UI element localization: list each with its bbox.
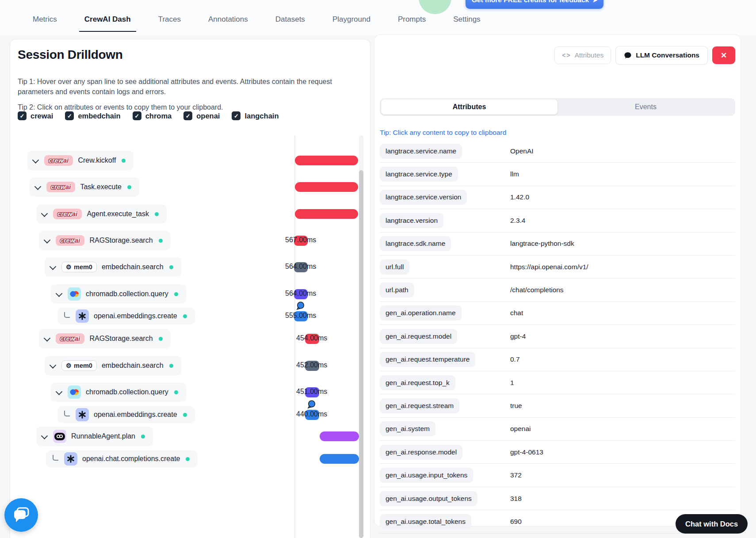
span-row-task-execute[interactable]: crewaiTask.execute [30, 177, 139, 197]
checkbox-checked-icon[interactable]: ✓ [65, 111, 74, 120]
span-row-embedchain-search[interactable]: ⚙mem0embedchain.search [45, 356, 181, 375]
chevron-down-icon[interactable] [56, 388, 63, 395]
span-row-runnableagent-plan[interactable]: RunnableAgent.plan [36, 427, 153, 446]
openai-icon [76, 408, 89, 421]
chevron-down-icon[interactable] [56, 290, 63, 297]
chroma-icon [68, 287, 81, 301]
filter-checkbox-embedchain[interactable]: ✓embedchain [65, 111, 120, 120]
filter-checkbox-chroma[interactable]: ✓chroma [133, 111, 172, 120]
tab-datasets[interactable]: Datasets [275, 15, 305, 32]
crewai-logo-icon: crewai [53, 209, 82, 219]
attribute-key[interactable]: langtrace.version [380, 213, 443, 228]
llm-bubble-icon[interactable] [306, 400, 316, 411]
attributes-button[interactable]: <> Attributes [554, 46, 611, 64]
tree-elbow-icon [53, 455, 58, 461]
attribute-key[interactable]: gen_ai.response.model [380, 445, 462, 460]
llm-conversations-label: LLM Conversations [636, 51, 699, 59]
attribute-key[interactable]: gen_ai.request.stream [380, 398, 459, 413]
tab-prompts[interactable]: Prompts [398, 15, 426, 32]
chevron-down-icon[interactable] [34, 183, 42, 190]
filter-checkbox-openai[interactable]: ✓openai [183, 111, 220, 120]
attribute-value[interactable]: /chat/completions [510, 286, 564, 294]
attribute-key[interactable]: langtrace.service.name [380, 144, 462, 159]
tab-metrics[interactable]: Metrics [33, 15, 57, 32]
span-row-ragstorage-search[interactable]: crewaiRAGStorage.search [39, 329, 171, 348]
attribute-key[interactable]: gen_ai.request.temperature [380, 352, 475, 367]
tree-elbow-icon [64, 312, 70, 318]
attributes-button-label: Attributes [575, 51, 603, 59]
attribute-value[interactable]: gpt-4-0613 [510, 448, 543, 456]
span-duration-bar[interactable] [320, 431, 359, 441]
chevron-down-icon[interactable] [44, 335, 51, 342]
attribute-value[interactable]: 690 [510, 518, 522, 526]
filter-checkbox-langchain[interactable]: ✓langchain [232, 111, 279, 120]
chevron-down-icon[interactable] [50, 263, 57, 270]
span-row-agent-execute-task[interactable]: crewaiAgent.execute_task [36, 204, 167, 224]
chevron-down-icon[interactable] [41, 432, 48, 439]
checkbox-checked-icon[interactable]: ✓ [232, 111, 241, 120]
span-duration-bar[interactable] [295, 182, 358, 192]
attribute-key[interactable]: langtrace.sdk.name [380, 236, 451, 251]
span-row-openai-embeddings-create[interactable]: openai.embeddings.create [57, 308, 195, 324]
attribute-key[interactable]: url.path [380, 282, 414, 298]
chevron-down-icon[interactable] [41, 210, 48, 217]
span-row-embedchain-search[interactable]: ⚙mem0embedchain.search [45, 257, 181, 277]
tab-traces[interactable]: Traces [158, 15, 181, 32]
chat-widget-button[interactable] [4, 498, 38, 532]
attribute-value[interactable]: 318 [510, 495, 522, 503]
checkbox-checked-icon[interactable]: ✓ [18, 111, 27, 120]
tab-attributes[interactable]: Attributes [381, 99, 557, 114]
filter-checkbox-crewai[interactable]: ✓crewai [18, 111, 53, 120]
llm-conversations-button[interactable]: LLM Conversations [615, 46, 708, 65]
close-button[interactable]: ✕ [712, 46, 735, 64]
tab-annotations[interactable]: Annotations [208, 15, 248, 32]
checkbox-checked-icon[interactable]: ✓ [133, 111, 141, 120]
tab-playground[interactable]: Playground [332, 15, 370, 32]
span-row-ragstorage-search[interactable]: crewaiRAGStorage.search [39, 231, 171, 250]
attribute-key[interactable]: gen_ai.request.model [380, 329, 457, 344]
attribute-value[interactable]: langtrace-python-sdk [510, 240, 574, 248]
attribute-key[interactable]: langtrace.service.version [380, 190, 467, 205]
credits-button[interactable]: Get more FREE credits for feedback ➤ [466, 0, 603, 9]
chevron-down-icon[interactable] [44, 237, 51, 244]
attribute-value[interactable]: 372 [510, 471, 522, 479]
attribute-value[interactable]: 0.7 [510, 355, 520, 363]
attribute-value[interactable]: https://api.openai.com/v1/ [510, 263, 588, 271]
attribute-value[interactable]: OpenAI [510, 147, 534, 155]
close-icon: ✕ [721, 51, 727, 60]
attribute-key[interactable]: gen_ai.system [380, 421, 435, 436]
mem0-icon: ⚙mem0 [61, 360, 97, 371]
attribute-value[interactable]: llm [510, 170, 519, 178]
tab-events[interactable]: Events [557, 99, 734, 114]
span-duration-bar[interactable] [320, 454, 359, 464]
checkbox-checked-icon[interactable]: ✓ [183, 111, 192, 120]
tab-settings[interactable]: Settings [453, 15, 480, 32]
attribute-key[interactable]: gen_ai.usage.total_tokens [380, 514, 471, 529]
attribute-value[interactable]: openai [510, 425, 531, 433]
attribute-value[interactable]: gpt-4 [510, 332, 526, 340]
chat-with-docs-button[interactable]: Chat with Docs [676, 514, 748, 534]
attribute-value[interactable]: chat [510, 309, 523, 317]
attribute-value[interactable]: true [510, 402, 522, 410]
scrollbar-thumb[interactable] [359, 170, 363, 538]
attribute-key[interactable]: gen_ai.operation.name [380, 305, 462, 321]
span-row-crew-kickoff[interactable]: crewaiCrew.kickoff [27, 151, 134, 170]
span-row-chromadb-collection-query[interactable]: chromadb.collection.query [51, 284, 186, 304]
span-row-chromadb-collection-query[interactable]: chromadb.collection.query [51, 382, 186, 402]
span-duration-bar[interactable] [295, 209, 358, 219]
attribute-key[interactable]: url.full [380, 259, 409, 275]
attribute-value[interactable]: 1 [510, 379, 514, 387]
chevron-down-icon[interactable] [32, 156, 39, 164]
attribute-value[interactable]: 1.42.0 [510, 193, 529, 201]
span-row-openai-chat-completions-create[interactable]: openai.chat.completions.create [46, 450, 198, 467]
attribute-key[interactable]: gen_ai.usage.input_tokens [380, 468, 473, 483]
span-duration-bar[interactable] [295, 156, 358, 165]
chevron-down-icon[interactable] [50, 362, 57, 369]
attribute-key[interactable]: langtrace.service.type [380, 167, 458, 182]
attribute-key[interactable]: gen_ai.usage.output_tokens [380, 491, 477, 506]
span-row-openai-embeddings-create[interactable]: openai.embeddings.create [57, 406, 195, 423]
attribute-value[interactable]: 2.3.4 [510, 217, 525, 225]
tab-crewai-dash[interactable]: CrewAI Dash [79, 15, 136, 32]
llm-bubble-icon[interactable] [295, 301, 305, 313]
attribute-key[interactable]: gen_ai.request.top_k [380, 375, 455, 390]
